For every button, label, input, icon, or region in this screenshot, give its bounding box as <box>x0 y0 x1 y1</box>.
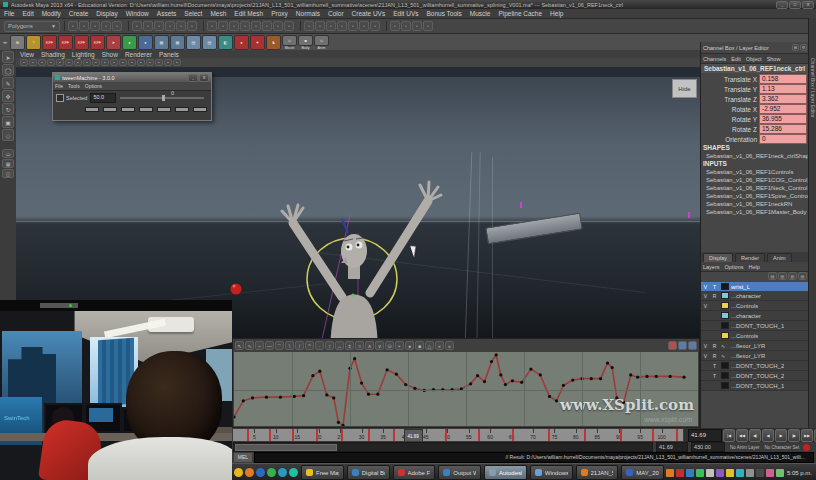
menu-mesh[interactable]: Mesh <box>206 10 230 17</box>
layer-color-swatch[interactable] <box>721 292 729 299</box>
shelf-icon[interactable]: ♞ <box>266 35 281 50</box>
menu-file[interactable]: File <box>0 10 18 17</box>
viewport-toolbar-icon[interactable]: ▪ <box>65 59 73 66</box>
layer-name[interactable]: ...DONT_TOUCH_1 <box>731 323 784 329</box>
last-tool[interactable]: ◇ <box>2 129 14 141</box>
menu-muscle[interactable]: Muscle <box>466 10 495 17</box>
layer-visibility-toggle[interactable]: V <box>701 343 710 349</box>
keyframe-point[interactable] <box>504 383 507 386</box>
graph-toolbar-icon[interactable]: ∧ <box>365 341 374 350</box>
graph-toolbar-icon[interactable]: ∿ <box>245 341 254 350</box>
tween-slider[interactable]: 0 <box>120 97 204 99</box>
tween-menu-options[interactable]: Options <box>85 83 102 89</box>
statusline-icon[interactable]: ▫ <box>359 21 369 31</box>
statusline-icon[interactable]: ▫ <box>423 21 433 31</box>
playback-button[interactable]: |▶ <box>788 429 800 442</box>
menu-window[interactable]: Window <box>122 10 153 17</box>
layer-row[interactable]: T...DONT_TOUCH_2 <box>701 361 809 371</box>
tween-preset-button[interactable] <box>121 107 135 112</box>
layer-tab-render[interactable]: Render <box>735 253 765 262</box>
shelf-icon-body[interactable]: ☻Body <box>298 35 313 50</box>
statusline-icon[interactable]: ▫ <box>187 21 197 31</box>
layer-row[interactable]: VR∿...flexor_LYR <box>701 351 809 361</box>
keyframe-point[interactable] <box>571 378 574 381</box>
viewport-menu-view[interactable]: View <box>20 51 34 58</box>
keyframe-point[interactable] <box>279 396 282 399</box>
layer-row[interactable]: ...DONT_TOUCH_1 <box>701 321 809 331</box>
minimize-button[interactable]: _ <box>776 1 788 9</box>
layers-menu-layers[interactable]: Layers <box>703 264 720 270</box>
current-time-field[interactable]: 41.69 <box>688 429 722 442</box>
layer-row[interactable]: ...DONT_TOUCH_1 <box>701 381 809 391</box>
channel-box-side-tab[interactable]: Channel Box / Layer Editor <box>810 58 816 118</box>
shelf-tab-arrows[interactable]: ◂▸ <box>0 39 10 45</box>
graph-editor-canvas[interactable]: www.XSplit.com www.xsplit.com <box>234 352 698 426</box>
new-layer-selected-icon[interactable]: ▤ <box>788 272 797 280</box>
tween-preset-button[interactable] <box>193 107 207 112</box>
keyframe-point[interactable] <box>529 367 532 370</box>
keyframe-point[interactable] <box>669 375 672 378</box>
shelf-icon[interactable]: ▤ <box>202 35 217 50</box>
tray-icon[interactable] <box>676 469 684 477</box>
keyframe-point[interactable] <box>483 380 486 383</box>
statusline-icon[interactable]: ▫ <box>176 21 186 31</box>
graph-toolbar-icon[interactable]: ^ <box>305 341 314 350</box>
keyframe-point[interactable] <box>360 381 363 384</box>
layer-color-swatch[interactable] <box>721 283 729 290</box>
keyframe-point[interactable] <box>376 393 379 396</box>
graph-toolbar-icon[interactable]: △ <box>425 341 434 350</box>
menu-normals[interactable]: Normals <box>292 10 324 17</box>
shelf-icon[interactable]: ▦ <box>170 35 185 50</box>
input-node-name[interactable]: Sebastian_v1_06_REF1Spine_Control <box>701 192 809 200</box>
statusline-icon[interactable]: ▫ <box>348 21 358 31</box>
menu-modify[interactable]: Modify <box>38 10 65 17</box>
layer-color-swatch[interactable] <box>721 332 729 339</box>
taskbar-button[interactable]: 21JAN_501... <box>576 465 619 480</box>
panel-gear-icon[interactable]: ⚙ <box>800 44 807 51</box>
statusline-icon[interactable]: ▫ <box>101 21 111 31</box>
graph-toolbar-icon[interactable]: » <box>445 341 454 350</box>
shelf-icon[interactable]: ✦ <box>250 35 265 50</box>
menu-display[interactable]: Display <box>92 10 121 17</box>
tween-preset-button[interactable] <box>103 107 117 112</box>
layer-name[interactable]: ...character <box>731 313 761 319</box>
graph-toolbar-icon[interactable]: ~ <box>255 341 264 350</box>
layer-color-swatch[interactable] <box>721 312 729 319</box>
layer-color-swatch[interactable] <box>721 322 729 329</box>
rotate-tool[interactable]: ↻ <box>2 103 14 115</box>
viewport-toolbar-icon[interactable]: ▪ <box>29 59 37 66</box>
layers-menu-help[interactable]: Help <box>748 264 759 270</box>
playback-button[interactable]: ◀ <box>762 429 774 442</box>
quick-launch-icon[interactable] <box>278 468 287 477</box>
statusline-icon[interactable]: ▫ <box>315 21 325 31</box>
shelf-icon[interactable]: ⊞ <box>10 35 25 50</box>
viewport-toolbar-icon[interactable]: ▪ <box>83 59 91 66</box>
input-node-name[interactable]: Sebastian_v1_06_REF1Controls <box>701 168 809 176</box>
viewport-toolbar-icon[interactable]: ▪ <box>110 59 118 66</box>
shelf-icon-mouth[interactable]: ☺Mouth <box>282 35 297 50</box>
statusline-icon[interactable]: ▫ <box>68 21 78 31</box>
keyframe-point[interactable] <box>629 373 632 376</box>
layer-row[interactable]: ...character <box>701 311 809 321</box>
tray-icon[interactable] <box>746 469 754 477</box>
quick-launch-icon[interactable] <box>289 468 298 477</box>
playback-button[interactable]: |◀ <box>723 429 735 442</box>
tween-minimize-button[interactable]: _ <box>188 74 198 82</box>
playback-button[interactable]: ◀◀ <box>736 429 748 442</box>
graph-toolbar-icon[interactable]: ∨ <box>375 341 384 350</box>
keyframe-point[interactable] <box>590 377 593 380</box>
plank-object[interactable] <box>485 213 582 245</box>
shelf-icon[interactable]: ● <box>138 35 153 50</box>
time-slider[interactable]: 5101520253035404550556065707580859095100… <box>232 428 684 442</box>
selection-mode-dropdown[interactable]: Polygons ▼ <box>4 21 60 32</box>
graph-toolbar-icon[interactable] <box>678 341 687 350</box>
layer-row[interactable]: VTwrist_L <box>701 282 809 291</box>
viewport-menu-show[interactable]: Show <box>102 51 118 58</box>
statusline-icon[interactable]: ▫ <box>284 21 294 31</box>
lasso-tool[interactable]: ◯ <box>2 64 14 76</box>
keyframe-point[interactable] <box>242 399 245 402</box>
menu-color[interactable]: Color <box>324 10 348 17</box>
layer-visibility-toggle[interactable]: V <box>701 353 710 359</box>
keyframe-point[interactable] <box>337 421 340 424</box>
layer-row[interactable]: ...Controls <box>701 331 809 341</box>
